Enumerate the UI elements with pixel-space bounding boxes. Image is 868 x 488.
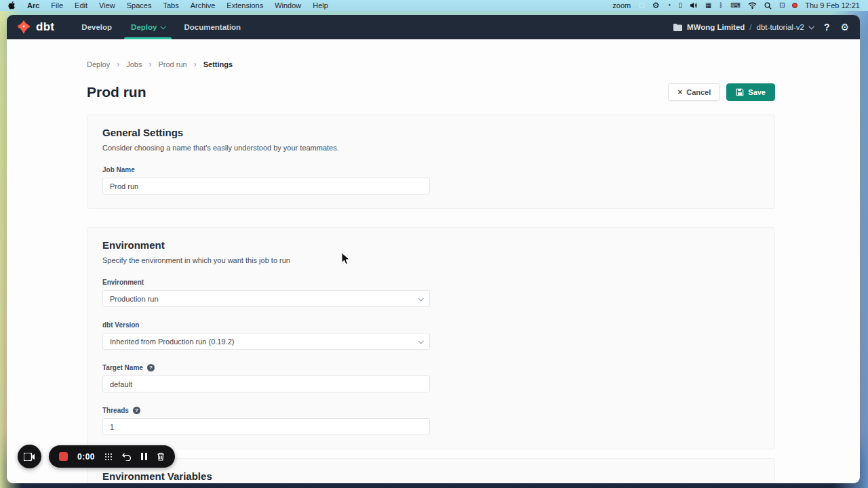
account-name: MWong Limited	[687, 23, 745, 31]
pause-recording-button[interactable]	[141, 453, 147, 460]
folder-icon	[673, 24, 682, 31]
environment-variables-heading: Environment Variables	[102, 470, 760, 482]
menu-help[interactable]: Help	[313, 1, 328, 9]
video-camera-icon	[24, 453, 35, 461]
help-button[interactable]: ?	[820, 22, 834, 33]
general-settings-subtitle: Consider choosing a name that's easily u…	[102, 144, 760, 152]
dbt-logo-text: dbt	[36, 20, 54, 34]
chevron-down-icon	[161, 24, 166, 29]
screen-recorder-toolbar: 0:00	[18, 445, 175, 468]
menubar-clock[interactable]: Thu 9 Feb 12:21	[805, 1, 860, 9]
keyboard-icon[interactable]: ⌨	[730, 2, 740, 9]
environment-subtitle: Specify the environment in which you wan…	[102, 256, 760, 264]
environment-select-label: Environment	[102, 279, 430, 286]
menu-edit[interactable]: Edit	[75, 1, 87, 9]
clock-app-icon[interactable]: ◔	[667, 2, 671, 9]
settings-gear-button[interactable]: ⚙	[840, 22, 849, 33]
breadcrumb-separator: ›	[194, 60, 197, 69]
breadcrumb-jobs[interactable]: Jobs	[126, 60, 142, 68]
delete-recording-button[interactable]	[157, 452, 165, 461]
stop-record-button[interactable]	[59, 452, 68, 461]
control-center-icon[interactable]: ⊡	[779, 2, 785, 9]
recording-indicator-dot[interactable]	[792, 3, 797, 8]
menu-tabs[interactable]: Tabs	[163, 1, 178, 9]
menu-view[interactable]: View	[99, 1, 115, 9]
browser-window: dbt Develop Deploy Documentation MWong L…	[7, 15, 860, 483]
chevron-down-icon	[808, 24, 814, 29]
dbt-navbar: dbt Develop Deploy Documentation MWong L…	[7, 15, 860, 39]
environment-card: Environment Specify the environment in w…	[87, 227, 775, 449]
help-tooltip-icon[interactable]: ?	[147, 364, 155, 371]
breadcrumb-separator: ›	[117, 60, 119, 69]
search-icon[interactable]	[764, 2, 772, 9]
recorder-controls-pill: 0:00	[49, 445, 175, 468]
breadcrumb: Deploy › Jobs › Prod run › Settings	[87, 60, 775, 69]
cancel-button[interactable]: × Cancel	[668, 83, 720, 101]
save-icon	[736, 88, 744, 96]
job-settings-page: Deploy › Jobs › Prod run › Settings Prod…	[7, 39, 860, 483]
menu-arc[interactable]: Arc	[27, 1, 39, 9]
menu-archive[interactable]: Archive	[191, 1, 216, 9]
dbt-version-select[interactable]: Inherited from Production run (0.19.2)	[102, 333, 430, 350]
account-project-switcher[interactable]: MWong Limited / dbt-tutorial-v2	[673, 23, 813, 31]
recording-timer: 0:00	[77, 452, 95, 462]
job-name-input[interactable]	[110, 182, 422, 190]
trash-icon	[157, 452, 165, 461]
menu-window[interactable]: Window	[275, 1, 301, 9]
dbt-version-value: Inherited from Production run (0.19.2)	[110, 338, 234, 346]
breadcrumb-settings: Settings	[203, 60, 233, 68]
nav-documentation[interactable]: Documentation	[174, 15, 250, 39]
camera-button[interactable]	[18, 445, 41, 468]
main-nav: Develop Deploy Documentation	[72, 15, 250, 39]
wifi-icon[interactable]	[748, 2, 757, 9]
target-name-label: Target Name	[102, 364, 143, 371]
undo-icon	[122, 453, 132, 461]
job-name-label: Job Name	[102, 166, 430, 174]
drag-handle-icon[interactable]	[104, 453, 113, 461]
screen-window-icon[interactable]: ▢	[638, 2, 644, 9]
macos-menubar: Arc File Edit View Spaces Tabs Archive E…	[0, 0, 868, 11]
chevron-down-icon	[418, 338, 423, 344]
dbt-logo-icon	[16, 20, 31, 35]
nav-deploy[interactable]: Deploy	[121, 15, 174, 39]
menu-extensions[interactable]: Extensions	[226, 1, 263, 9]
environment-select[interactable]: Production run	[102, 290, 430, 307]
nav-develop[interactable]: Develop	[72, 15, 121, 39]
menu-spaces[interactable]: Spaces	[127, 1, 152, 9]
help-tooltip-icon[interactable]: ?	[133, 407, 140, 414]
chevron-down-icon	[418, 296, 423, 301]
breadcrumb-prod-run[interactable]: Prod run	[159, 60, 187, 68]
apple-menu-icon[interactable]	[8, 1, 16, 9]
account-project-separator: /	[749, 23, 751, 31]
nav-deploy-label: Deploy	[131, 23, 157, 31]
breadcrumb-deploy[interactable]: Deploy	[87, 60, 110, 68]
dbt-version-label: dbt Version	[102, 321, 430, 329]
cancel-label: Cancel	[686, 88, 711, 96]
target-name-input[interactable]	[110, 380, 422, 388]
environment-heading: Environment	[102, 239, 760, 251]
volume-icon[interactable]	[690, 2, 698, 9]
display-icon[interactable]: ▦	[705, 2, 711, 9]
save-label: Save	[748, 88, 766, 96]
threads-label: Threads	[102, 407, 129, 414]
dbt-logo[interactable]: dbt	[7, 15, 72, 39]
settings-gear-icon[interactable]: ⚙	[652, 1, 660, 9]
general-settings-heading: General Settings	[102, 127, 760, 138]
close-icon: ×	[677, 87, 682, 97]
project-name: dbt-tutorial-v2	[757, 23, 804, 31]
save-button[interactable]: Save	[726, 83, 775, 101]
threads-input[interactable]	[110, 423, 422, 431]
restart-recording-button[interactable]	[122, 453, 132, 461]
breadcrumb-separator: ›	[149, 60, 152, 69]
menu-file[interactable]: File	[51, 1, 63, 9]
zoom-menu-label[interactable]: zoom	[612, 1, 631, 9]
environment-select-value: Production run	[110, 295, 159, 303]
general-settings-card: General Settings Consider choosing a nam…	[87, 115, 775, 209]
page-title: Prod run	[87, 84, 146, 100]
battery-icon[interactable]: ▯	[678, 2, 682, 9]
bluetooth-icon[interactable]: ᛒ	[719, 2, 723, 9]
environment-variables-card: Environment Variables Job level override…	[87, 458, 775, 483]
